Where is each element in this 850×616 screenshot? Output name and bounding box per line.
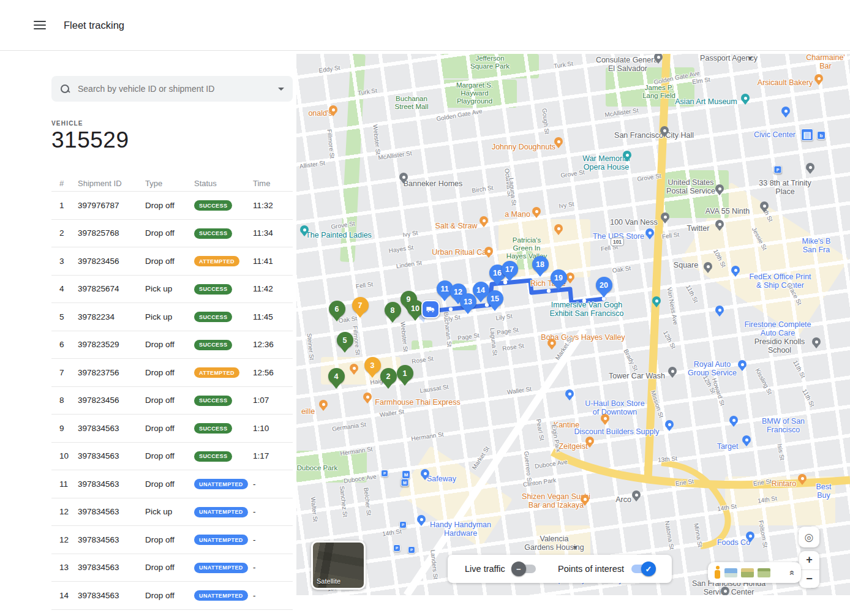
poi-label[interactable]: Target [717, 442, 739, 451]
poi-label[interactable]: Royal Auto Group Service [688, 360, 737, 378]
shipment-row[interactable]: 12397834563Pick upUNATTEMPTED- [51, 498, 293, 527]
restaurant-pin[interactable] [814, 74, 823, 83]
museum-pin[interactable] [741, 94, 750, 102]
shipment-row[interactable]: 10397834563Drop offSUCCESS1:17 [51, 443, 293, 471]
poi-label[interactable]: Tower Car Wash [609, 372, 665, 380]
poi-label[interactable]: U-Haul Box Store of Downtown [585, 399, 644, 417]
poi-label[interactable]: Charmaine' Bar [806, 54, 845, 70]
post-office-pin[interactable] [715, 184, 724, 193]
chevron-down-icon[interactable] [278, 88, 284, 91]
poi-label[interactable]: Banneker Homes [404, 179, 463, 188]
poi-label[interactable]: Shizen Vegan Sushi Bar and Izakaya [522, 492, 590, 510]
stop-marker-20[interactable]: 20 [595, 277, 612, 298]
live-traffic-toggle[interactable]: − [513, 565, 536, 573]
points-of-interest-toggle[interactable]: ✓ [631, 565, 655, 573]
poi-label[interactable]: Discount Builders Supply [574, 427, 660, 436]
parking-icon[interactable]: P [393, 544, 401, 552]
metro-icon[interactable]: M [401, 479, 409, 487]
consulate-pin[interactable] [654, 54, 663, 61]
building-pin[interactable] [760, 201, 769, 210]
shipment-row[interactable]: 539782234Pick upSUCCESS11:45 [51, 303, 293, 331]
shipment-row[interactable]: 9397834563Drop offSUCCESS1:10 [51, 415, 293, 443]
store-pin[interactable] [742, 435, 751, 444]
parking-icon[interactable]: P [399, 521, 407, 528]
poi-label[interactable]: Foods Co [717, 538, 750, 547]
my-location-button[interactable]: ◎ [799, 527, 819, 547]
building-pin[interactable] [806, 163, 814, 171]
photo-thumbnail[interactable] [758, 568, 770, 577]
stop-marker-4[interactable]: 4 [328, 368, 345, 389]
stop-marker-1[interactable]: 1 [396, 365, 413, 386]
store-pin[interactable] [565, 389, 574, 398]
photo-thumbnail[interactable] [741, 568, 754, 577]
store-pin[interactable] [645, 228, 654, 237]
passport-agency-marker[interactable]: ▼ [747, 54, 754, 62]
auto-service-pin[interactable] [738, 360, 747, 369]
poi-label[interactable]: Salt & Straw [435, 222, 478, 230]
shipment-row[interactable]: 1397976787Drop offSUCCESS11:32 [51, 192, 293, 220]
poi-label[interactable]: Civic Center [754, 130, 795, 139]
restaurant-pin[interactable] [798, 474, 807, 483]
restaurant-pin[interactable] [554, 137, 563, 146]
restaurant-pin[interactable] [532, 207, 541, 216]
shipping-pin[interactable] [731, 266, 740, 274]
stop-marker-8[interactable]: 8 [384, 302, 401, 323]
stop-marker-3[interactable]: 3 [364, 357, 381, 378]
poi-label[interactable]: Arco [615, 495, 631, 504]
poi-label[interactable]: 100 Van Ness [610, 218, 658, 227]
map-canvas[interactable]: Eddy StTurk StTurk StJefferson Square Pa… [296, 54, 850, 595]
grocery-pin[interactable] [781, 107, 790, 115]
poi-label[interactable]: Johnny Doughnuts [492, 143, 555, 151]
stop-marker-17[interactable]: 17 [501, 261, 518, 282]
parking-icon[interactable]: P [381, 470, 388, 477]
shipment-row[interactable]: 6397823529Drop offSUCCESS12:36 [51, 331, 293, 359]
zoom-out-button[interactable]: − [799, 570, 819, 588]
cafe-pin[interactable] [547, 339, 556, 347]
restaurant-pin[interactable] [363, 393, 372, 401]
school-pin[interactable] [812, 337, 821, 346]
photo-thumbnail[interactable] [724, 568, 737, 577]
civic-center-bus-icon[interactable]: b [817, 131, 826, 140]
menu-icon[interactable] [34, 21, 46, 29]
car-wash-pin[interactable] [668, 367, 677, 375]
parking-icon[interactable]: P [408, 546, 415, 554]
poi-label[interactable]: The Painted Ladies [306, 231, 372, 239]
grocery-pin[interactable] [746, 531, 754, 540]
stop-marker-2[interactable]: 2 [380, 368, 397, 389]
restaurant-pin[interactable] [581, 495, 589, 503]
office-pin[interactable] [704, 262, 712, 271]
shipment-row[interactable]: 7397823756Drop offATTEMPTED12:56 [51, 359, 293, 387]
grocery-pin[interactable] [421, 469, 429, 478]
restaurant-pin[interactable] [585, 437, 594, 445]
poi-label[interactable]: Kantine [554, 421, 579, 429]
restaurant-pin[interactable] [329, 105, 337, 114]
city-hall-pin[interactable] [660, 126, 669, 135]
cafe-pin[interactable] [319, 400, 328, 408]
shipment-row[interactable]: 8397823456Drop offSUCCESS1:07 [51, 387, 293, 415]
shipment-row[interactable]: 11397834563Drop offUNATTEMPTED- [51, 470, 293, 498]
shipment-row[interactable]: 4397825674Pick upSUCCESS11:42 [51, 276, 293, 304]
metro-icon[interactable]: M [402, 470, 410, 479]
poi-label[interactable]: Urban Ritual Cafe [432, 248, 492, 257]
poi-label[interactable]: Zeitgeist [559, 442, 587, 451]
search-box[interactable] [51, 76, 293, 102]
poi-label[interactable]: a Mano [505, 210, 530, 219]
shipment-row[interactable]: 3397823456Drop offATTEMPTED11:41 [51, 247, 293, 276]
stop-marker-18[interactable]: 18 [532, 256, 549, 277]
restaurant-pin[interactable] [480, 216, 488, 225]
collapse-icon[interactable]: « [787, 570, 797, 575]
restaurant-pin[interactable] [601, 414, 609, 423]
restaurant-pin[interactable] [566, 272, 574, 281]
search-input[interactable] [78, 84, 278, 94]
landmark-pin[interactable] [300, 225, 309, 234]
poi-label[interactable]: BMW of San Francisco [750, 417, 817, 435]
restaurant-pin[interactable] [350, 364, 358, 372]
homes-pin[interactable] [399, 173, 408, 181]
stop-marker-5[interactable]: 5 [336, 332, 353, 353]
office-pin[interactable] [715, 220, 724, 228]
gas-station-pin[interactable] [632, 490, 641, 499]
shipment-row[interactable]: 12397834563Drop offUNATTEMPTED- [51, 526, 293, 554]
valencia-gardens-marker[interactable]: ▼ [572, 544, 579, 551]
exhibit-pin[interactable] [652, 296, 661, 305]
cafe-pin[interactable] [554, 224, 563, 233]
